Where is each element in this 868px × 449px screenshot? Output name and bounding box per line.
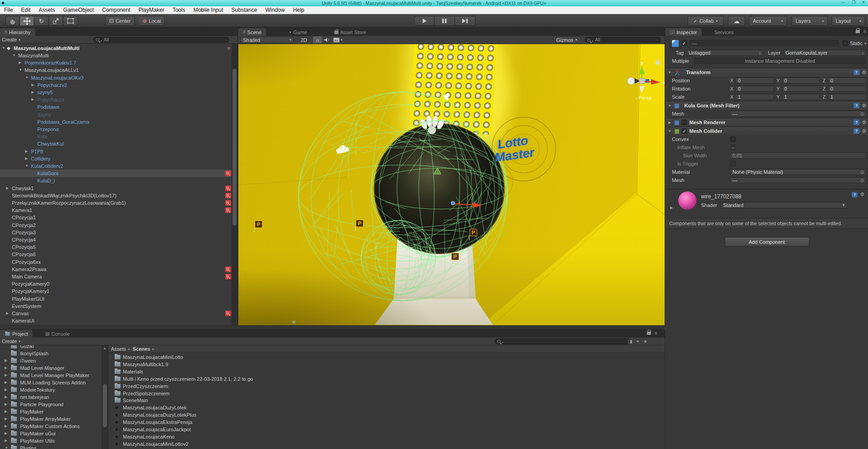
hierarchy-item[interactable]: ▶P1P8 — [0, 148, 232, 155]
project-folder-item[interactable]: ▶PlayMaker Utils — [0, 437, 108, 444]
hierarchy-item[interactable]: CPozycja6 — [0, 251, 232, 258]
chevron-down-icon[interactable]: ▼ — [667, 129, 672, 133]
chevron-down-icon[interactable]: ▼ — [667, 104, 672, 108]
menu-icon[interactable]: ≡ — [863, 29, 866, 34]
gizmo-center-handle[interactable] — [451, 202, 454, 205]
hierarchy-item[interactable]: EventSystem — [0, 303, 232, 310]
project-folder-item[interactable]: ▶ModeleTekstury — [0, 386, 108, 394]
lock-icon[interactable] — [647, 332, 651, 335]
shading-mode-dropdown[interactable]: Shaded▾ — [240, 36, 294, 43]
project-file-item[interactable]: PrzedCzyszczeniem — [109, 383, 665, 390]
collider-mesh-field[interactable]: — ⊙ — [730, 177, 866, 183]
collab-dropdown[interactable]: ✓ Collab ▾ — [687, 16, 724, 26]
playmaker-gizmo-marker[interactable]: P — [356, 220, 363, 227]
panel-resize-handle[interactable] — [0, 325, 665, 329]
breadcrumb-assets[interactable]: Assets — [111, 346, 126, 352]
tab-hierarchy[interactable]: ≡ Hierarchy — [0, 28, 35, 36]
axis-negy-cone[interactable] — [639, 86, 645, 93]
chevron-right-icon[interactable]: ▶ — [6, 310, 9, 317]
gameobject-name-field[interactable]: — — [690, 40, 839, 46]
project-folder-item[interactable]: ▶Mad Level Manager — [0, 364, 108, 372]
persp-label[interactable]: ‹ Persp — [636, 95, 651, 101]
layout-dropdown[interactable]: Layout▾ — [832, 16, 865, 26]
menu-help[interactable]: Help — [289, 6, 308, 14]
project-file-item[interactable]: ◆MaszynaLosujacaDuzyLotekPlus — [109, 411, 665, 419]
material-preview-header[interactable]: ▶ wire_177027088 Shader Standard ▾ ?⚙ — [666, 189, 868, 212]
pause-button[interactable] — [434, 16, 455, 26]
step-button[interactable] — [455, 16, 475, 26]
chevron-right-icon[interactable]: ▶ — [5, 357, 7, 364]
help-icon[interactable]: ? — [853, 128, 859, 134]
chevron-right-icon[interactable]: ▶ — [669, 206, 674, 210]
menu-assets[interactable]: Assets — [35, 6, 59, 14]
scene-search-input[interactable]: ▾ All — [585, 37, 661, 43]
tag-dropdown[interactable]: Untagged ↕ — [686, 50, 763, 56]
mesh-renderer-enabled-checkbox[interactable] — [681, 120, 687, 125]
object-picker-icon[interactable]: ⊙ — [860, 111, 864, 116]
project-folder-item[interactable]: ▶Mad Level Manager PlayMaker — [0, 372, 108, 379]
gear-icon[interactable]: ⚙ — [862, 120, 866, 126]
lock-icon[interactable] — [856, 30, 860, 33]
axis-z-cube[interactable] — [646, 79, 649, 83]
scene-viewport[interactable]: y x ‹ Persp Lotto Master PPPP — [238, 44, 665, 325]
axis-negx-ball[interactable] — [627, 77, 635, 85]
chevron-right-icon[interactable]: ▶ — [5, 401, 7, 408]
search-by-type-icon[interactable]: ◨ — [628, 339, 632, 344]
project-folder-item[interactable]: ▶MLM Loading Screens Addon — [0, 379, 108, 386]
window-maximize-button[interactable]: ❐ — [852, 0, 855, 5]
hierarchy-item[interactable]: CPozycja3 — [0, 229, 232, 236]
help-icon[interactable]: ? — [853, 103, 859, 108]
rotate-tool-button[interactable]: ↻ — [35, 16, 49, 26]
project-folder-item[interactable]: Guziki — [0, 345, 108, 350]
mesh-collider-component-header[interactable]: ▼ ▦ ✓ Mesh Collider ?⚙ — [666, 126, 868, 135]
hierarchy-item[interactable]: Szyny — [0, 111, 232, 118]
hierarchy-item[interactable]: ChwytakKul — [0, 140, 232, 147]
axis-x-cone[interactable] — [651, 79, 660, 85]
menu-mobile-input[interactable]: Mobile Input — [189, 6, 227, 14]
hierarchy-item[interactable]: PlayMakerGUI — [0, 295, 232, 303]
project-folder-item[interactable]: ▶PlayMaker Custom Actions — [0, 423, 108, 430]
chevron-right-icon[interactable]: ▶ — [31, 81, 34, 89]
convex-checkbox[interactable] — [730, 136, 736, 142]
chevron-right-icon[interactable]: ▶ — [5, 372, 7, 379]
hierarchy-item[interactable]: Podstawa_GoraCzarna — [0, 118, 232, 126]
hierarchy-item[interactable]: CPozycja2 — [0, 222, 232, 229]
hierarchy-item[interactable]: PozycjaKamery1 — [0, 288, 232, 295]
rect-tool-button[interactable] — [64, 16, 78, 26]
hierarchy-item[interactable]: CPozycja1 — [0, 214, 232, 221]
object-picker-icon[interactable]: ⊙ — [860, 170, 864, 175]
playmaker-gizmo-marker[interactable]: P — [469, 229, 477, 236]
tab-services[interactable]: Services — [710, 28, 738, 36]
2d-toggle-button[interactable]: 2D — [298, 37, 310, 43]
hierarchy-item[interactable]: ▶Popychaczv2 — [0, 81, 232, 89]
hierarchy-item[interactable]: ▶Chwytak1玩 — [0, 185, 232, 192]
chevron-down-icon[interactable]: ▼ — [12, 52, 16, 59]
project-file-item[interactable]: ◆MaszynaLosujacaEkstraPensja — [109, 419, 665, 426]
menu-tools[interactable]: Tools — [168, 6, 189, 14]
axis-y-cone[interactable] — [639, 66, 645, 74]
menu-playmaker[interactable]: PlayMaker — [134, 6, 168, 14]
transform-component-header[interactable]: ▼ Transform ?⚙ — [666, 68, 868, 76]
tab-project[interactable]: Project — [0, 330, 32, 338]
chevron-right-icon[interactable]: ▶ — [5, 423, 7, 430]
chevron-right-icon[interactable]: ▶ — [5, 430, 7, 437]
hierarchy-item[interactable]: PozycjaKamery0 — [0, 280, 232, 288]
breadcrumb-scenes[interactable]: Scenes — [133, 346, 151, 352]
add-component-button[interactable]: Add Component — [725, 237, 809, 247]
scene-orientation-gizmo[interactable]: y x ‹ Persp — [627, 59, 665, 100]
hierarchy-item[interactable]: Podstawa — [0, 103, 232, 111]
chevron-right-icon[interactable]: ▶ — [6, 185, 9, 192]
hierarchy-scene-root[interactable]: ▼◆MaszynaLosujacaMultiMulti≡ — [0, 45, 232, 52]
chevron-down-icon[interactable]: ▼ — [25, 162, 29, 170]
menu-substance[interactable]: Substance — [227, 6, 262, 14]
chevron-right-icon[interactable]: ▶ — [5, 379, 7, 386]
project-folder-item[interactable]: ▶PlayMaker — [0, 408, 108, 415]
hierarchy-item[interactable]: CPozycja6xx — [0, 258, 232, 266]
chevron-down-icon[interactable]: ▼ — [25, 74, 29, 81]
menu-gameobject[interactable]: GameObject — [59, 6, 98, 14]
hierarchy-item[interactable]: Kamera2Prawa玩 — [0, 266, 232, 273]
chevron-right-icon[interactable]: ▶ — [5, 386, 7, 394]
window-minimize-button[interactable]: — — [841, 0, 845, 5]
transform-rotation-y-field[interactable]: 0 — [782, 86, 820, 92]
project-file-item[interactable]: ◆MaszynaLosujacaDuzyLotek — [109, 404, 665, 411]
